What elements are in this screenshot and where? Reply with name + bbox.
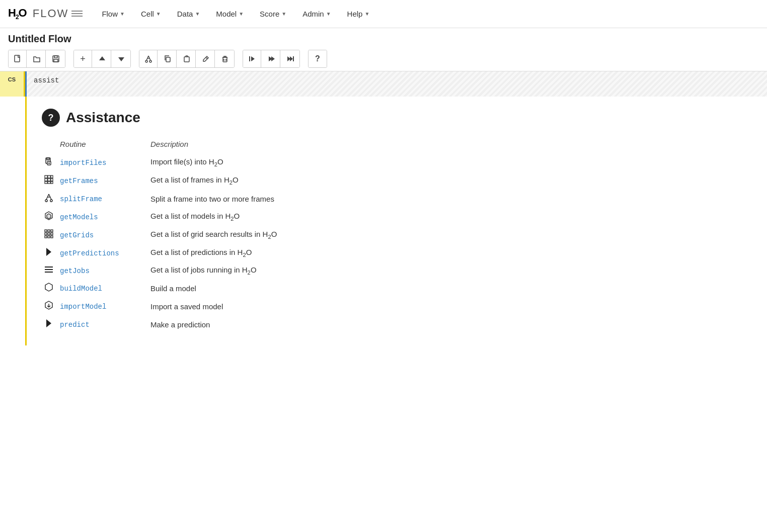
routine-link-cell: splitFrame (58, 190, 148, 208)
svg-rect-12 (184, 57, 189, 62)
routine-link[interactable]: predict (60, 321, 90, 329)
routine-icon (42, 315, 58, 333)
nav-flow[interactable]: Flow ▼ (95, 6, 132, 22)
svg-rect-14 (223, 57, 227, 62)
svg-rect-36 (48, 182, 50, 184)
routine-description: Get a list of jobs running in H2O (148, 262, 752, 279)
add-cell-button[interactable]: + (74, 50, 92, 67)
svg-marker-22 (290, 56, 293, 61)
run-all-fast-button[interactable] (281, 50, 299, 67)
table-row: buildModelBuild a model (42, 279, 752, 297)
routine-link-cell: buildModel (58, 279, 148, 297)
routine-description: Split a frame into two or more frames (148, 190, 752, 208)
svg-point-6 (145, 60, 147, 62)
svg-marker-44 (47, 214, 51, 219)
routine-link[interactable]: getFrames (60, 177, 98, 185)
svg-marker-5 (118, 57, 124, 61)
svg-rect-2 (54, 56, 57, 58)
routine-link[interactable]: splitFrame (60, 195, 102, 203)
save-button[interactable] (47, 50, 65, 67)
svg-marker-18 (251, 56, 255, 61)
toolbar: + (8, 50, 759, 68)
help-button[interactable]: ? (309, 50, 327, 67)
svg-rect-51 (45, 236, 47, 238)
routine-description: Make a prediction (148, 315, 752, 333)
new-button[interactable] (9, 50, 27, 67)
routine-link[interactable]: getModels (60, 213, 98, 221)
add-move-tool-group: + (73, 50, 131, 68)
nav-cell-arrow: ▼ (156, 11, 161, 17)
copy-button[interactable] (159, 50, 177, 67)
nav-help[interactable]: Help ▼ (340, 6, 377, 22)
nav-model[interactable]: Model ▼ (209, 6, 251, 22)
svg-marker-20 (271, 56, 275, 61)
routine-link-cell: importFiles (58, 153, 148, 171)
routine-description: Get a list of models in H2O (148, 208, 752, 226)
assistance-header: ? Assistance (42, 109, 752, 127)
col-desc-header: Description (148, 137, 752, 153)
routine-link[interactable]: importModel (60, 303, 106, 311)
routine-icon (42, 262, 58, 279)
nav-help-arrow: ▼ (364, 11, 369, 17)
routine-table: Routine Description importFilesImport fi… (42, 137, 752, 333)
toolbar-area: Untitled Flow (0, 28, 767, 71)
svg-line-13 (206, 57, 207, 59)
routine-link-cell: getModels (58, 208, 148, 226)
nav-admin[interactable]: Admin ▼ (295, 6, 338, 22)
open-button[interactable] (28, 50, 46, 67)
nav-data[interactable]: Data ▼ (170, 6, 207, 22)
table-row: splitFrameSplit a frame into two or more… (42, 190, 752, 208)
svg-point-7 (149, 60, 151, 62)
nav-model-arrow: ▼ (239, 11, 244, 17)
nav-score[interactable]: Score ▼ (253, 6, 293, 22)
svg-rect-49 (48, 233, 50, 235)
routine-link-cell: predict (58, 315, 148, 333)
logo: H2O FLOW (8, 7, 83, 21)
svg-rect-31 (51, 175, 53, 178)
move-up-button[interactable] (93, 50, 111, 67)
main-content: CS assist ? Assistance Routine (0, 71, 767, 532)
delete-button[interactable] (216, 50, 234, 67)
svg-rect-0 (15, 55, 20, 62)
table-row: getPredictionsGet a list of predictions … (42, 244, 752, 262)
routine-link[interactable]: getGrids (60, 231, 94, 239)
nav-flow-arrow: ▼ (120, 11, 125, 17)
svg-marker-63 (46, 319, 51, 327)
svg-marker-58 (45, 283, 52, 291)
paste-button[interactable] (178, 50, 196, 67)
cell-area: CS assist ? Assistance Routine (0, 71, 767, 532)
code-cell: CS assist (0, 71, 767, 97)
run-current-button[interactable] (243, 50, 261, 67)
table-row: getModelsGet a list of models in H2O (42, 208, 752, 226)
routine-icon (42, 153, 58, 171)
run-all-button[interactable] (262, 50, 280, 67)
routine-description: Get a list of predictions in H2O (148, 244, 752, 262)
header: H2O FLOW Flow ▼ Cell ▼ Data ▼ Model ▼ Sc… (0, 0, 767, 28)
table-row: getFramesGet a list of frames in H2O (42, 171, 752, 190)
svg-rect-53 (51, 236, 53, 238)
cell-code[interactable]: assist (25, 71, 767, 97)
table-row: getGridsGet a list of grid search result… (42, 226, 752, 244)
svg-rect-3 (54, 59, 58, 62)
table-row: importModelImport a saved model (42, 297, 752, 315)
routine-description: Import file(s) into H2O (148, 153, 752, 171)
logo-lines-icon (71, 11, 83, 17)
col-routine-header: Routine (58, 137, 148, 153)
routine-description: Get a list of grid search results in H2O (148, 226, 752, 244)
cell-label: CS (0, 71, 25, 97)
logo-h2o-text: H2O (8, 7, 27, 21)
svg-rect-47 (51, 230, 53, 232)
routine-link[interactable]: getJobs (60, 267, 90, 275)
edit-button[interactable] (197, 50, 215, 67)
routine-link[interactable]: getPredictions (60, 249, 119, 257)
nav-cell[interactable]: Cell ▼ (134, 6, 168, 22)
cut-button[interactable] (139, 50, 158, 67)
help-tool-group: ? (308, 50, 327, 68)
nav-admin-arrow: ▼ (326, 11, 331, 17)
routine-icon (42, 190, 58, 208)
move-down-button[interactable] (112, 50, 130, 67)
routine-link[interactable]: importFiles (60, 159, 106, 167)
routine-description: Build a model (148, 279, 752, 297)
routine-link[interactable]: buildModel (60, 285, 102, 293)
assistance-title: Assistance (66, 110, 140, 126)
